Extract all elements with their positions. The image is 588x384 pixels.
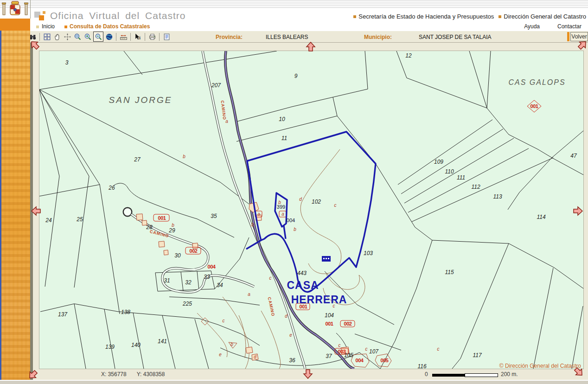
measure-ruler-icon[interactable] bbox=[119, 32, 128, 41]
map-label: 140 bbox=[131, 342, 141, 348]
map-label: b bbox=[294, 227, 296, 232]
map-label: 10 bbox=[279, 116, 285, 122]
spain-crest-logo bbox=[0, 0, 31, 19]
map-label: 24 bbox=[45, 217, 52, 224]
map-label: 12 bbox=[405, 52, 412, 59]
overview-globe-icon[interactable] bbox=[104, 32, 114, 41]
map-label: a bbox=[248, 292, 250, 297]
window-bottom-edge bbox=[0, 380, 588, 384]
toolbar-separator bbox=[159, 33, 160, 41]
map-label: 004 bbox=[208, 264, 216, 269]
map-label: c bbox=[269, 275, 272, 281]
map-label: 47 bbox=[570, 153, 577, 159]
map-label: 9 bbox=[294, 73, 298, 79]
map-label: © Dirección General del Catastro bbox=[499, 363, 582, 369]
bullet-icon bbox=[64, 26, 67, 28]
map-label: 114 bbox=[537, 214, 545, 220]
map-label: c bbox=[339, 343, 341, 348]
map-label: 36 bbox=[289, 357, 295, 364]
map-label: b bbox=[278, 200, 281, 205]
pan-north-arrow[interactable] bbox=[306, 42, 316, 52]
map-label: 002 bbox=[190, 248, 198, 254]
map-label: 113 bbox=[493, 193, 502, 200]
bullet-icon bbox=[36, 26, 39, 28]
map-label: c bbox=[334, 203, 337, 208]
map-label: 26 bbox=[108, 185, 115, 191]
map-label: CASA bbox=[287, 279, 319, 291]
header: Oficina Virtual del Catastro Secretaría … bbox=[0, 0, 588, 22]
zoom-out-icon[interactable] bbox=[93, 32, 103, 42]
link-secretaria[interactable]: Secretaría de Estado de Hacienda y Presu… bbox=[353, 13, 494, 20]
map-label: b bbox=[172, 223, 174, 228]
map-label: c bbox=[437, 346, 440, 352]
toolbar-separator bbox=[130, 33, 131, 41]
sidebar-city-image bbox=[0, 31, 30, 380]
map-label: 141 bbox=[158, 338, 167, 345]
pan-east-arrow[interactable] bbox=[573, 206, 583, 216]
map-label: c bbox=[223, 318, 225, 323]
bullet-icon bbox=[353, 15, 356, 18]
map-label: 102 bbox=[312, 198, 321, 205]
map-label: 138 bbox=[121, 309, 130, 315]
zoom-in-icon[interactable] bbox=[83, 32, 92, 41]
map-label: a bbox=[281, 211, 284, 217]
map-label: 29 bbox=[168, 227, 175, 234]
map-label: 11 bbox=[281, 135, 287, 141]
zoom-window-icon[interactable] bbox=[73, 32, 82, 41]
brand-square-small-icon bbox=[43, 11, 45, 14]
map-toolbar: i Provincia: ILLES BALEARS Municipio: SA… bbox=[0, 31, 588, 43]
map-label: 31 bbox=[164, 277, 170, 284]
map-label: 25 bbox=[76, 216, 83, 223]
coordinate-y: Y: 4308358 bbox=[137, 371, 165, 378]
map-label: b bbox=[183, 154, 185, 159]
map-label: d bbox=[254, 354, 256, 359]
pan-west-arrow[interactable] bbox=[31, 206, 41, 216]
map-label: 001 bbox=[530, 103, 538, 109]
map-label: 002 bbox=[344, 321, 352, 326]
map-label: 003 bbox=[338, 349, 346, 354]
map-label: 207 bbox=[211, 82, 221, 89]
nav-inicio[interactable]: Inicio bbox=[42, 23, 55, 30]
map-label: 30 bbox=[174, 252, 181, 259]
map-label: 103 bbox=[364, 250, 373, 256]
map-label: CAS GALOPS bbox=[508, 78, 565, 86]
map-label: 37 bbox=[326, 353, 332, 359]
ovc-window: Oficina Virtual del Catastro Secretaría … bbox=[0, 0, 588, 384]
provincia-label: Provincia: bbox=[216, 34, 243, 40]
svg-text:i: i bbox=[139, 35, 141, 40]
map-label: SAN JORGE bbox=[109, 95, 173, 105]
sidebar-blue-edge bbox=[0, 31, 1, 380]
map-label: 004 bbox=[356, 358, 364, 363]
nav-ayuda[interactable]: Ayuda bbox=[524, 23, 540, 30]
pan-hand-icon[interactable] bbox=[52, 32, 62, 41]
nav-consulta-datos[interactable]: Consulta de Datos Catastrales bbox=[70, 23, 150, 30]
sidebar-orange-block bbox=[0, 19, 30, 31]
municipio-value: SANT JOSEP DE SA TALAIA bbox=[419, 34, 492, 40]
municipio-label: Municipio: bbox=[364, 34, 392, 40]
pan-south-arrow[interactable] bbox=[303, 369, 313, 379]
move-cross-icon[interactable] bbox=[63, 32, 72, 41]
toolbar-separator bbox=[39, 33, 40, 41]
nav-row: Inicio Consulta de Datos Catastrales Ayu… bbox=[0, 22, 588, 31]
map-label: 115 bbox=[445, 269, 454, 275]
legend-list-icon[interactable] bbox=[162, 32, 171, 41]
nav-contactar[interactable]: Contactar bbox=[557, 23, 582, 30]
map-label: 27 bbox=[134, 156, 141, 163]
coordinate-x: X: 356778 bbox=[101, 371, 127, 378]
map-label: 116 bbox=[417, 363, 426, 369]
scalebar-black-segment bbox=[432, 374, 465, 377]
map-label: 001 bbox=[158, 215, 166, 221]
zoom-full-extent-icon[interactable] bbox=[42, 32, 51, 41]
map-label: b bbox=[251, 222, 254, 227]
volver-button[interactable]: Volver bbox=[570, 32, 588, 41]
provincia-value: ILLES BALEARS bbox=[266, 34, 308, 40]
map-label: 443 bbox=[297, 270, 307, 276]
map-canvas[interactable]: SAN JORGECAS GALOPSCASAHERRERA© Direcció… bbox=[39, 51, 583, 369]
info-pointer-icon[interactable]: i bbox=[133, 32, 142, 41]
bullet-icon bbox=[499, 15, 501, 18]
scalebar-distance: 200 m. bbox=[501, 371, 518, 378]
map-label: 33 bbox=[204, 274, 210, 280]
map-label: 139 bbox=[105, 344, 115, 350]
link-dgc[interactable]: Dirección General del Catastro bbox=[499, 13, 586, 20]
print-icon[interactable] bbox=[147, 32, 157, 41]
